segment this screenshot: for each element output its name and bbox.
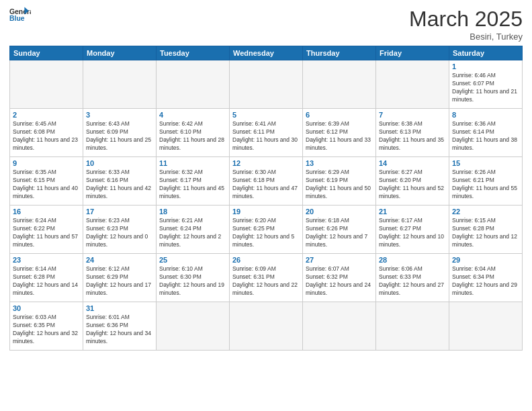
day-29: 29 Sunrise: 6:04 AMSunset: 6:34 PMDaylig… — [449, 254, 523, 302]
table-row: 16 Sunrise: 6:24 AMSunset: 6:22 PMDaylig… — [10, 205, 523, 254]
calendar: Sunday Monday Tuesday Wednesday Thursday… — [9, 46, 523, 351]
day-23: 23 Sunrise: 6:14 AMSunset: 6:28 PMDaylig… — [10, 254, 83, 302]
day-11: 11 Sunrise: 6:32 AMSunset: 6:17 PMDaylig… — [157, 157, 230, 205]
col-saturday: Saturday — [449, 46, 523, 60]
empty-cell — [83, 60, 157, 109]
col-monday: Monday — [83, 46, 157, 60]
day-3: 3 Sunrise: 6:43 AMSunset: 6:09 PMDayligh… — [83, 109, 157, 157]
day-7: 7 Sunrise: 6:38 AMSunset: 6:13 PMDayligh… — [376, 109, 449, 157]
day-21: 21 Sunrise: 6:17 AMSunset: 6:27 PMDaylig… — [376, 205, 449, 254]
empty-cell — [230, 302, 303, 351]
col-sunday: Sunday — [10, 46, 83, 60]
svg-text:Blue: Blue — [9, 15, 25, 22]
day-22: 22 Sunrise: 6:15 AMSunset: 6:28 PMDaylig… — [449, 205, 523, 254]
location: Besiri, Turkey — [409, 32, 523, 42]
empty-cell — [157, 302, 230, 351]
day-25: 25 Sunrise: 6:10 AMSunset: 6:30 PMDaylig… — [157, 254, 230, 302]
table-row: 2 Sunrise: 6:45 AMSunset: 6:08 PMDayligh… — [10, 109, 523, 157]
day-19: 19 Sunrise: 6:20 AMSunset: 6:25 PMDaylig… — [230, 205, 303, 254]
day-27: 27 Sunrise: 6:07 AMSunset: 6:32 PMDaylig… — [303, 254, 376, 302]
empty-cell — [376, 60, 449, 109]
col-thursday: Thursday — [303, 46, 376, 60]
title-block: March 2025 Besiri, Turkey — [409, 7, 523, 42]
empty-cell — [10, 60, 83, 109]
day-18: 18 Sunrise: 6:21 AMSunset: 6:24 PMDaylig… — [157, 205, 230, 254]
day-9: 9 Sunrise: 6:35 AMSunset: 6:15 PMDayligh… — [10, 157, 83, 205]
empty-cell — [303, 60, 376, 109]
logo-icon: General Blue — [9, 7, 31, 26]
day-2: 2 Sunrise: 6:45 AMSunset: 6:08 PMDayligh… — [10, 109, 83, 157]
day-30: 30 Sunrise: 6:03 AMSunset: 6:35 PMDaylig… — [10, 302, 83, 351]
empty-cell — [376, 302, 449, 351]
col-wednesday: Wednesday — [230, 46, 303, 60]
day-15: 15 Sunrise: 6:26 AMSunset: 6:21 PMDaylig… — [449, 157, 523, 205]
day-24: 24 Sunrise: 6:12 AMSunset: 6:29 PMDaylig… — [83, 254, 157, 302]
day-13: 13 Sunrise: 6:29 AMSunset: 6:19 PMDaylig… — [303, 157, 376, 205]
day-4: 4 Sunrise: 6:42 AMSunset: 6:10 PMDayligh… — [157, 109, 230, 157]
table-row: 1 Sunrise: 6:46 AMSunset: 6:07 PMDayligh… — [10, 60, 523, 109]
col-tuesday: Tuesday — [157, 46, 230, 60]
month-title: March 2025 — [409, 7, 523, 32]
empty-cell — [303, 302, 376, 351]
empty-cell — [157, 60, 230, 109]
header: General Blue March 2025 Besiri, Turkey — [9, 7, 523, 42]
table-row: 9 Sunrise: 6:35 AMSunset: 6:15 PMDayligh… — [10, 157, 523, 205]
empty-cell — [230, 60, 303, 109]
empty-cell — [449, 302, 523, 351]
day-26: 26 Sunrise: 6:09 AMSunset: 6:31 PMDaylig… — [230, 254, 303, 302]
day-6: 6 Sunrise: 6:39 AMSunset: 6:12 PMDayligh… — [303, 109, 376, 157]
day-5: 5 Sunrise: 6:41 AMSunset: 6:11 PMDayligh… — [230, 109, 303, 157]
day-31: 31 Sunrise: 6:01 AMSunset: 6:36 PMDaylig… — [83, 302, 157, 351]
logo: General Blue — [9, 7, 31, 26]
col-friday: Friday — [376, 46, 449, 60]
table-row: 23 Sunrise: 6:14 AMSunset: 6:28 PMDaylig… — [10, 254, 523, 302]
day-20: 20 Sunrise: 6:18 AMSunset: 6:26 PMDaylig… — [303, 205, 376, 254]
day-12: 12 Sunrise: 6:30 AMSunset: 6:18 PMDaylig… — [230, 157, 303, 205]
day-8: 8 Sunrise: 6:36 AMSunset: 6:14 PMDayligh… — [449, 109, 523, 157]
day-28: 28 Sunrise: 6:06 AMSunset: 6:33 PMDaylig… — [376, 254, 449, 302]
day-1: 1 Sunrise: 6:46 AMSunset: 6:07 PMDayligh… — [449, 60, 523, 109]
day-16: 16 Sunrise: 6:24 AMSunset: 6:22 PMDaylig… — [10, 205, 83, 254]
table-row: 30 Sunrise: 6:03 AMSunset: 6:35 PMDaylig… — [10, 302, 523, 351]
day-17: 17 Sunrise: 6:23 AMSunset: 6:23 PMDaylig… — [83, 205, 157, 254]
day-14: 14 Sunrise: 6:27 AMSunset: 6:20 PMDaylig… — [376, 157, 449, 205]
day-10: 10 Sunrise: 6:33 AMSunset: 6:16 PMDaylig… — [83, 157, 157, 205]
